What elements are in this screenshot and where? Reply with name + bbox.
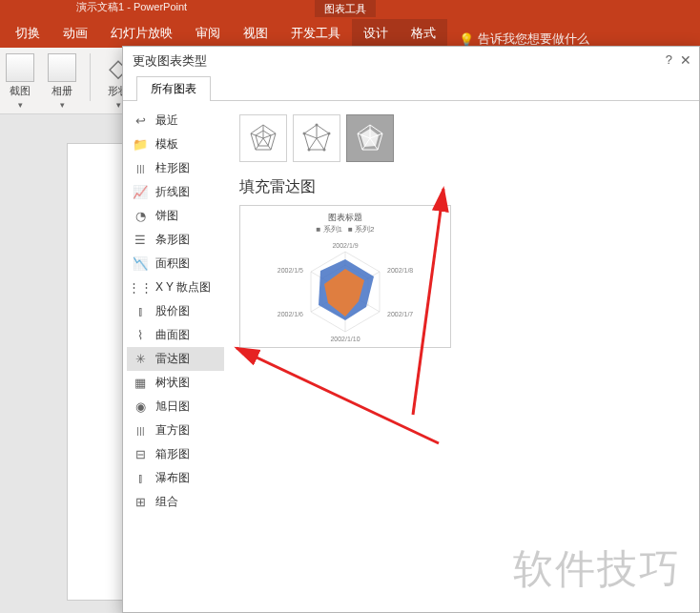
chart-type-icon: ⫿ <box>133 471 148 486</box>
tab-review[interactable]: 审阅 <box>184 19 232 48</box>
sidebar-item-label: 组合 <box>155 494 178 510</box>
sidebar-item-12[interactable]: ◉旭日图 <box>127 395 224 419</box>
chart-type-icon: 📉 <box>133 256 148 272</box>
sidebar-item-label: 股价图 <box>155 303 190 319</box>
svg-point-15 <box>323 149 326 152</box>
tab-animation[interactable]: 动画 <box>51 19 99 48</box>
sidebar-item-10[interactable]: ✳雷达图 <box>127 347 224 371</box>
sidebar-item-label: 饼图 <box>155 208 178 224</box>
chart-type-icon: ▦ <box>133 376 148 391</box>
chevron-down-icon: ▾ <box>116 100 121 110</box>
chart-type-icon: ◉ <box>133 399 148 415</box>
chart-type-icon: ⌇ <box>133 328 148 343</box>
chart-type-icon: ⫿ <box>133 304 148 319</box>
tab-transition[interactable]: 切换 <box>4 19 51 48</box>
tab-format[interactable]: 格式 <box>400 19 447 48</box>
svg-text:2002/1/10: 2002/1/10 <box>330 336 360 341</box>
sidebar-item-label: 面积图 <box>155 255 190 272</box>
sidebar-item-6[interactable]: 📉面积图 <box>127 252 224 276</box>
sidebar-item-13[interactable]: ⫼直方图 <box>127 419 224 442</box>
svg-line-11 <box>309 138 317 150</box>
sidebar-item-label: 直方图 <box>155 422 190 439</box>
sidebar-item-label: X Y 散点图 <box>155 279 211 296</box>
sidebar-item-0[interactable]: ↩最近 <box>127 109 224 133</box>
tab-devtools[interactable]: 开发工具 <box>279 19 352 48</box>
chart-type-icon: ◔ <box>133 209 148 224</box>
preview-legend: ■ 系列1 ■ 系列2 <box>316 224 374 235</box>
preview-title: 图表标题 <box>328 212 362 224</box>
radar-icon <box>246 121 280 155</box>
sidebar-item-label: 雷达图 <box>155 351 190 367</box>
sidebar-item-label: 折线图 <box>155 184 190 200</box>
selected-chart-label: 填充雷达图 <box>239 177 688 197</box>
chart-type-sidebar: ↩最近📁模板⫼柱形图📈折线图◔饼图☰条形图📉面积图⋮⋮X Y 散点图⫿股价图⌇曲… <box>123 101 228 609</box>
sidebar-item-14[interactable]: ⊟箱形图 <box>127 442 224 466</box>
variant-radar[interactable] <box>239 114 287 162</box>
change-chart-type-dialog: 更改图表类型 ? ✕ 所有图表 ↩最近📁模板⫼柱形图📈折线图◔饼图☰条形图📉面积… <box>122 46 700 613</box>
svg-point-14 <box>328 133 331 135</box>
sidebar-item-label: 条形图 <box>155 232 190 248</box>
svg-text:2002/1/7: 2002/1/7 <box>387 311 413 317</box>
chevron-down-icon: ▾ <box>18 100 23 110</box>
sidebar-item-label: 树状图 <box>155 375 190 391</box>
sidebar-item-4[interactable]: ◔饼图 <box>127 204 224 228</box>
sidebar-item-label: 曲面图 <box>155 327 190 343</box>
chart-type-icon: ⫼ <box>133 161 148 176</box>
sidebar-item-label: 最近 <box>155 112 178 129</box>
sidebar-item-1[interactable]: 📁模板 <box>127 133 224 156</box>
close-button[interactable]: ✕ <box>680 52 691 68</box>
chart-type-icon: ⋮⋮ <box>133 280 148 296</box>
tab-all-charts[interactable]: 所有图表 <box>136 76 211 101</box>
svg-line-12 <box>304 133 317 138</box>
chart-preview[interactable]: 图表标题 ■ 系列1 ■ 系列2 <box>239 205 451 348</box>
sidebar-item-9[interactable]: ⌇曲面图 <box>127 323 224 347</box>
tool-crop[interactable]: 截图▾ <box>6 53 34 110</box>
album-icon <box>48 53 76 82</box>
dialog-tabbar: 所有图表 <box>123 75 699 100</box>
chart-type-icon: ⫼ <box>133 423 148 439</box>
dialog-main: 填充雷达图 图表标题 ■ 系列1 ■ 系列2 <box>228 101 699 609</box>
chart-type-icon: ↩ <box>133 113 148 129</box>
chart-type-icon: ☰ <box>133 233 148 248</box>
sidebar-item-16[interactable]: ⊞组合 <box>127 490 224 514</box>
chart-type-icon: ✳ <box>133 352 148 367</box>
crop-icon <box>6 53 34 82</box>
svg-text:2002/1/5: 2002/1/5 <box>278 267 303 274</box>
chart-type-icon: ⊞ <box>133 495 148 510</box>
svg-marker-24 <box>360 129 379 147</box>
chart-type-icon: ⊟ <box>133 447 148 462</box>
bulb-icon: 💡 <box>459 32 474 47</box>
svg-line-10 <box>317 138 324 150</box>
svg-line-9 <box>317 133 329 138</box>
tab-slideshow[interactable]: 幻灯片放映 <box>99 19 184 48</box>
tool-album[interactable]: 相册▾ <box>48 53 76 110</box>
sidebar-item-3[interactable]: 📈折线图 <box>127 180 224 204</box>
dialog-body: ↩最近📁模板⫼柱形图📈折线图◔饼图☰条形图📉面积图⋮⋮X Y 散点图⫿股价图⌇曲… <box>123 100 699 609</box>
sidebar-item-5[interactable]: ☰条形图 <box>127 228 224 252</box>
sidebar-item-11[interactable]: ▦树状图 <box>127 371 224 395</box>
svg-point-13 <box>316 124 319 127</box>
variant-radar-markers[interactable] <box>293 114 340 162</box>
chevron-down-icon: ▾ <box>60 100 65 110</box>
sidebar-item-8[interactable]: ⫿股价图 <box>127 299 224 323</box>
dialog-title: 更改图表类型 <box>123 47 699 75</box>
tab-view[interactable]: 视图 <box>232 19 279 48</box>
sidebar-item-label: 柱形图 <box>155 160 190 176</box>
svg-point-17 <box>303 133 306 135</box>
help-button[interactable]: ? <box>666 52 672 67</box>
variant-row <box>239 114 688 162</box>
sidebar-item-2[interactable]: ⫼柱形图 <box>127 156 224 180</box>
sidebar-item-label: 模板 <box>155 136 178 153</box>
variant-filled-radar[interactable] <box>346 114 394 162</box>
chart-type-icon: 📈 <box>133 185 148 200</box>
svg-text:2002/1/6: 2002/1/6 <box>278 311 303 317</box>
radar-markers-icon <box>299 121 334 155</box>
sidebar-item-label: 旭日图 <box>155 398 190 415</box>
sidebar-item-7[interactable]: ⋮⋮X Y 散点图 <box>127 276 224 299</box>
tab-design[interactable]: 设计 <box>352 19 400 48</box>
sidebar-item-15[interactable]: ⫿瀑布图 <box>127 466 224 490</box>
svg-point-16 <box>308 149 311 152</box>
radar-preview-svg: 2002/1/9 2002/1/8 2002/1/7 2002/1/10 200… <box>250 236 441 341</box>
svg-text:2002/1/8: 2002/1/8 <box>387 267 413 274</box>
svg-text:2002/1/9: 2002/1/9 <box>332 242 358 249</box>
